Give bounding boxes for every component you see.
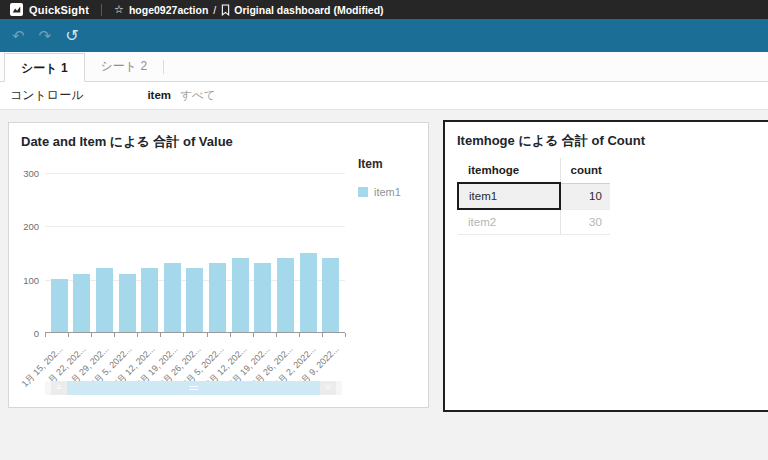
bar-1月 22, 202...[interactable] <box>73 274 90 332</box>
table-row-item1[interactable]: item110 <box>458 183 610 209</box>
x-tick <box>160 333 161 337</box>
table-row-item2[interactable]: item230 <box>458 209 610 235</box>
x-tick <box>137 333 138 337</box>
scrollbar-left-handle[interactable]: ≡ <box>51 381 67 395</box>
bar-3月 26, 202...[interactable] <box>277 258 294 332</box>
top-app-bar: QuickSight ☆ hoge0927action / Original d… <box>0 0 768 19</box>
cell-count[interactable]: 30 <box>560 209 610 235</box>
breadcrumb-analysis-name[interactable]: hoge0927action <box>129 4 208 16</box>
bar-group <box>45 173 345 332</box>
x-tick <box>230 333 231 337</box>
x-tick <box>45 333 46 337</box>
controls-title: コントロール <box>10 87 83 104</box>
breadcrumb-dashboard-name[interactable]: Original dashboard (Modified) <box>234 4 383 16</box>
filter-name[interactable]: item <box>147 89 171 101</box>
bar-2月 26, 202...[interactable] <box>186 268 203 332</box>
scrollbar-right-handle[interactable]: ≡ <box>320 381 336 395</box>
y-tick-label-300: 300 <box>9 168 39 179</box>
table-visual[interactable]: Itemhoge による 合計 of Count itemhoge count … <box>443 120 768 412</box>
undo-icon[interactable]: ↶ <box>12 28 25 43</box>
filter-value[interactable]: すべて <box>180 89 215 101</box>
bar-4月 2, 2022...[interactable] <box>300 253 317 333</box>
y-tick-label-0: 0 <box>9 328 39 339</box>
scrollbar-track <box>336 381 342 395</box>
brand-name[interactable]: QuickSight <box>29 4 89 16</box>
tab-sheet-2[interactable]: シート 2 <box>85 52 164 81</box>
cell-count[interactable]: 10 <box>560 183 610 209</box>
column-header-itemhoge[interactable]: itemhoge <box>458 158 560 183</box>
x-tick <box>276 333 277 337</box>
table-title: Itemhoge による 合計 of Count <box>457 132 645 150</box>
bar-3月 19, 202...[interactable] <box>254 263 271 332</box>
bar-2月 5, 2022...[interactable] <box>119 274 136 332</box>
x-tick <box>114 333 115 337</box>
bar-2月 19, 202...[interactable] <box>164 263 181 332</box>
column-header-count[interactable]: count <box>560 158 610 183</box>
y-tick-label-200: 200 <box>9 221 39 232</box>
bar-3月 12, 202...[interactable] <box>232 258 249 332</box>
legend-swatch-item1 <box>358 187 368 197</box>
itemhoge-count-table: itemhoge count item110item230 <box>457 158 610 235</box>
x-tick <box>91 333 92 337</box>
scrollbar-thumb[interactable] <box>67 381 320 395</box>
favorite-star-icon[interactable]: ☆ <box>114 4 124 15</box>
legend-item[interactable]: item1 <box>358 186 401 198</box>
quicksight-logo-icon[interactable] <box>10 3 23 16</box>
chart-date-range-scrollbar[interactable]: ≡ ≡ <box>45 381 342 395</box>
tab-divider <box>163 60 164 74</box>
x-axis-line <box>45 332 345 333</box>
sheet-tab-bar: シート 1 シート 2 <box>0 52 768 82</box>
chart-plot-area[interactable]: 30020010001月 15, 202...1月 22, 202...1月 2… <box>45 173 345 333</box>
controls-bar: コントロール item すべて <box>0 82 768 110</box>
item-filter-control[interactable]: item すべて <box>147 88 215 103</box>
x-tick <box>183 333 184 337</box>
legend-label: item1 <box>374 186 401 198</box>
table-header-row: itemhoge count <box>458 158 610 183</box>
x-tick <box>207 333 208 337</box>
cell-itemhoge[interactable]: item2 <box>458 209 560 235</box>
x-tick <box>299 333 300 337</box>
bar-chart-visual[interactable]: Date and Item による 合計 of Value Item item1… <box>8 122 429 408</box>
bar-3月 5, 2022...[interactable] <box>209 263 226 332</box>
legend-title: Item <box>358 157 383 171</box>
refresh-icon[interactable]: ↺ <box>65 28 78 44</box>
tab-sheet-1[interactable]: シート 1 <box>4 53 85 82</box>
y-tick-label-100: 100 <box>9 274 39 285</box>
bar-4月 9, 2022...[interactable] <box>322 258 339 332</box>
bar-2月 12, 202...[interactable] <box>141 268 158 332</box>
dashboard-canvas: Date and Item による 合計 of Value Item item1… <box>0 110 768 460</box>
chart-title: Date and Item による 合計 of Value <box>21 133 233 151</box>
x-tick <box>322 333 323 337</box>
bar-1月 15, 202...[interactable] <box>51 279 68 332</box>
x-tick <box>68 333 69 337</box>
x-tick <box>253 333 254 337</box>
edit-toolbar: ↶ ↷ ↺ <box>0 19 768 52</box>
cell-itemhoge[interactable]: item1 <box>458 183 560 209</box>
bookmark-icon[interactable] <box>221 4 230 16</box>
breadcrumb-separator: / <box>213 4 216 16</box>
bar-1月 29, 202...[interactable] <box>96 268 113 332</box>
topbar-divider <box>101 4 102 16</box>
x-tick <box>345 333 346 337</box>
redo-icon[interactable]: ↷ <box>39 28 52 43</box>
